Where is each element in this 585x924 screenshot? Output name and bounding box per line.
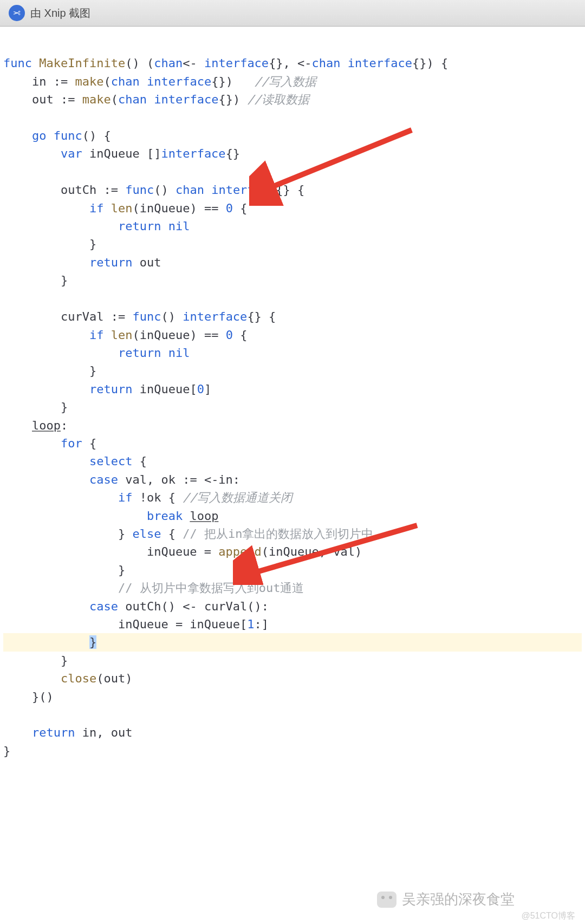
xnip-logo-icon (9, 5, 25, 21)
window-titlebar: 由 Xnip 截图 (0, 0, 585, 27)
wechat-icon (377, 892, 396, 908)
source-watermark: @51CTO博客 (521, 910, 575, 922)
code-viewer: func MakeInfinite() (chan<- interface{},… (0, 27, 585, 760)
window-title: 由 Xnip 截图 (30, 6, 90, 21)
wechat-watermark: 吴亲强的深夜食堂 (377, 890, 515, 909)
